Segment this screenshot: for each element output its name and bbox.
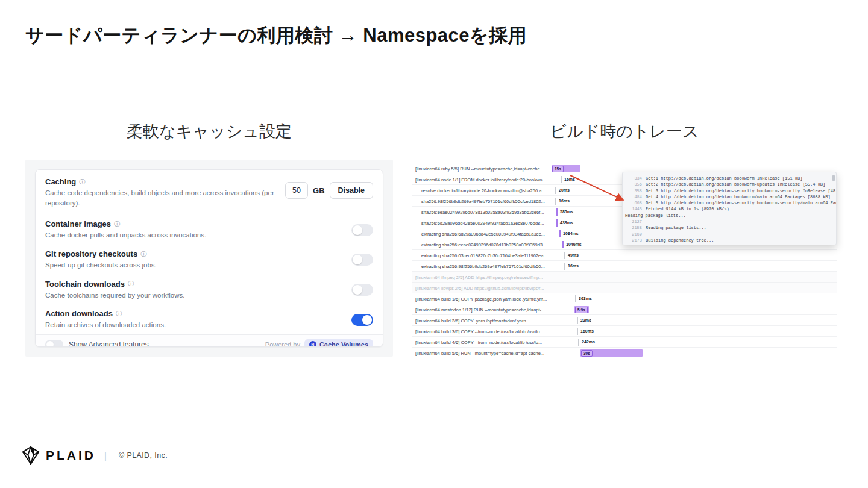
setting-row: Action downloadsⓘRetain archives of down… bbox=[36, 304, 383, 334]
duration-tick bbox=[556, 208, 558, 216]
settings-toggle-rows: Container imagesⓘCache docker pulls and … bbox=[36, 214, 383, 334]
trace-step-label: [linux/arm64 build 4/6] COPY --from=node… bbox=[415, 340, 542, 345]
duration-label: 20ms bbox=[559, 188, 570, 192]
build-trace-screenshot: [linux/arm64 ruby 5/5] RUN --mount=type=… bbox=[412, 163, 837, 358]
namespace-icon: N bbox=[309, 341, 316, 347]
log-line-text: Get:3 http://deb.debian.org/debian-secur… bbox=[646, 188, 837, 194]
plaid-wordmark: PLAID bbox=[46, 448, 96, 463]
setting-toggle[interactable] bbox=[351, 314, 373, 326]
log-line-number: 2173 bbox=[625, 237, 642, 243]
log-line: 2127 bbox=[625, 219, 832, 225]
trace-step-label: [linux/arm64 build 5/6] RUN --mount=type… bbox=[415, 351, 544, 356]
toggle-knob bbox=[353, 225, 362, 235]
setting-description: Retain archives of downloaded actions. bbox=[45, 320, 166, 330]
slide-footer: PLAID | © PLAID, Inc. bbox=[22, 446, 168, 465]
info-icon[interactable]: ⓘ bbox=[140, 251, 146, 257]
duration-tick bbox=[564, 252, 565, 259]
duration-tick bbox=[562, 241, 564, 248]
info-icon[interactable]: ⓘ bbox=[128, 281, 134, 287]
setting-title: Container images bbox=[45, 219, 111, 228]
log-line-number: 2248 bbox=[625, 243, 642, 245]
log-line-text: Get:4 http://deb.debian.org/debian bookw… bbox=[646, 194, 831, 200]
duration-bar[interactable]: 15s bbox=[552, 165, 580, 172]
log-line: 2248 bbox=[625, 243, 832, 245]
log-line-text: Get:5 http://deb.debian.org/debian-secur… bbox=[646, 200, 837, 206]
duration-label: 5.9s bbox=[575, 307, 588, 313]
trace-row[interactable]: [linux/arm64 mastodon 1/12] RUN --mount=… bbox=[412, 304, 837, 315]
trace-row[interactable]: [linux/arm64 build 5/6] RUN --mount=type… bbox=[412, 348, 837, 358]
trace-step-label: sha256:eeae02499296d078d13b0258a03f9359d… bbox=[421, 210, 544, 215]
slide-title: サードパーティランナーの利用検討 → Namespaceを採用 bbox=[25, 23, 527, 48]
show-advanced-toggle[interactable] bbox=[45, 340, 63, 347]
trace-row[interactable]: [linux/arm64 build 4/6] COPY --from=node… bbox=[412, 337, 837, 348]
disable-button[interactable]: Disable bbox=[330, 182, 373, 199]
cache-volumes-badge[interactable]: N Cache Volumes bbox=[304, 339, 373, 347]
log-line-number: 1445 bbox=[625, 206, 642, 212]
log-line: Reading package lists... bbox=[625, 213, 832, 219]
duration-bar[interactable]: 5.9s bbox=[574, 306, 589, 313]
info-icon[interactable]: ⓘ bbox=[116, 311, 122, 317]
log-line: 358Get:3 http://deb.debian.org/debian-se… bbox=[625, 188, 832, 194]
duration-tick bbox=[577, 317, 578, 324]
caching-section: Caching ⓘ Cache code dependencies, build… bbox=[36, 170, 383, 214]
duration-label: 22ms bbox=[580, 318, 591, 322]
caching-text: Caching ⓘ Cache code dependencies, build… bbox=[45, 177, 285, 208]
log-line: 2158Reading package lists... bbox=[625, 225, 832, 231]
log-line-text: Building dependency tree... bbox=[646, 237, 714, 243]
log-line-number: 668 bbox=[625, 200, 642, 206]
duration-tick bbox=[555, 187, 556, 194]
trace-step-label: extracting sha256:6d29a096dd42e5e003949f… bbox=[421, 231, 545, 237]
trace-row[interactable]: [linux/arm64 build 1/6] COPY package.jso… bbox=[412, 293, 837, 304]
duration-tick bbox=[575, 295, 576, 302]
toggle-knob bbox=[353, 255, 362, 264]
powered-by-label: Powered by bbox=[265, 341, 300, 347]
trace-row[interactable]: [linux/arm64 build 3/6] COPY --from=node… bbox=[412, 326, 837, 337]
info-icon[interactable]: ⓘ bbox=[114, 221, 120, 227]
caching-title: Caching bbox=[45, 177, 76, 186]
duration-label: 1034ms bbox=[563, 231, 579, 236]
trace-step-label: [linux/arm64 mastodon 1/12] RUN --mount=… bbox=[415, 307, 545, 313]
log-line-text: Get:2 http://deb.debian.org/debian bookw… bbox=[646, 181, 825, 187]
scrollbar[interactable] bbox=[832, 175, 835, 181]
log-line-number: 334 bbox=[625, 175, 642, 181]
setting-title: Action downloads bbox=[45, 309, 113, 318]
slide: サードパーティランナーの利用検討 → Namespaceを採用 柔軟なキャッシュ… bbox=[0, 0, 868, 488]
toggle-knob bbox=[46, 341, 54, 347]
duration-label: 242ms bbox=[582, 340, 595, 344]
info-icon[interactable]: ⓘ bbox=[79, 179, 85, 185]
cache-size-input[interactable]: 50 bbox=[285, 182, 308, 199]
setting-row: Container imagesⓘCache docker pulls and … bbox=[36, 214, 383, 245]
trace-row[interactable]: [linux/arm64 build 2/6] COPY .yarn /opt/… bbox=[412, 315, 837, 326]
duration-label: 1046ms bbox=[566, 242, 582, 246]
trace-row[interactable]: extracting sha256:98f256b9db269a497feb75… bbox=[412, 261, 837, 272]
setting-toggle[interactable] bbox=[351, 284, 373, 296]
trace-row[interactable]: [linux/arm64 libvips 2/5] ADD https://gi… bbox=[412, 283, 837, 293]
show-advanced-label: Show Advanced features bbox=[69, 340, 149, 347]
plaid-logo-icon bbox=[22, 446, 40, 465]
left-column-heading: 柔軟なキャッシュ設定 bbox=[25, 120, 393, 142]
log-line-text: Fetched 9144 kB in 1s (8970 kB/s) bbox=[646, 206, 729, 212]
log-line: 2173Building dependency tree... bbox=[625, 237, 832, 243]
trace-step-label: [linux/arm64 build 2/6] COPY .yarn /opt/… bbox=[415, 318, 526, 324]
setting-toggle[interactable] bbox=[351, 254, 373, 266]
setting-toggle[interactable] bbox=[351, 224, 373, 236]
log-line-text: Reading package lists... bbox=[625, 213, 686, 219]
trace-step-label: [linux/arm64 node 1/1] FROM docker.io/li… bbox=[415, 177, 546, 183]
trace-step-label: [linux/arm64 build 1/6] COPY package.jso… bbox=[415, 296, 547, 302]
trace-row[interactable]: extracting sha256:03cec619826c7b36c7164b… bbox=[412, 250, 837, 261]
trace-step-label: sha256:6d29a096dd42e5e003949f934fa6b1a3e… bbox=[421, 221, 544, 226]
setting-row: Git repository checkoutsⓘSpeed-up git ch… bbox=[36, 245, 383, 275]
setting-description: Cache docker pulls and unpacks across in… bbox=[45, 230, 206, 240]
trace-step-label: sha256:98f256b9db269a497feb757101cf60dfb… bbox=[421, 199, 545, 204]
duration-tick bbox=[559, 230, 561, 237]
log-line-number: 2158 bbox=[625, 225, 642, 231]
duration-tick bbox=[555, 198, 556, 205]
trace-row[interactable]: [linux/arm64 ffmpeg 2/5] ADD https://ffm… bbox=[412, 272, 837, 283]
duration-tick bbox=[564, 263, 565, 270]
log-line-number: 358 bbox=[625, 188, 642, 194]
duration-label: 16ms bbox=[564, 177, 575, 181]
toggle-knob bbox=[353, 285, 362, 295]
caching-controls: 50 GB Disable bbox=[285, 177, 373, 199]
setting-text: Toolchain downloadsⓘCache toolchains req… bbox=[45, 280, 184, 301]
duration-bar[interactable]: 30s bbox=[580, 349, 643, 357]
